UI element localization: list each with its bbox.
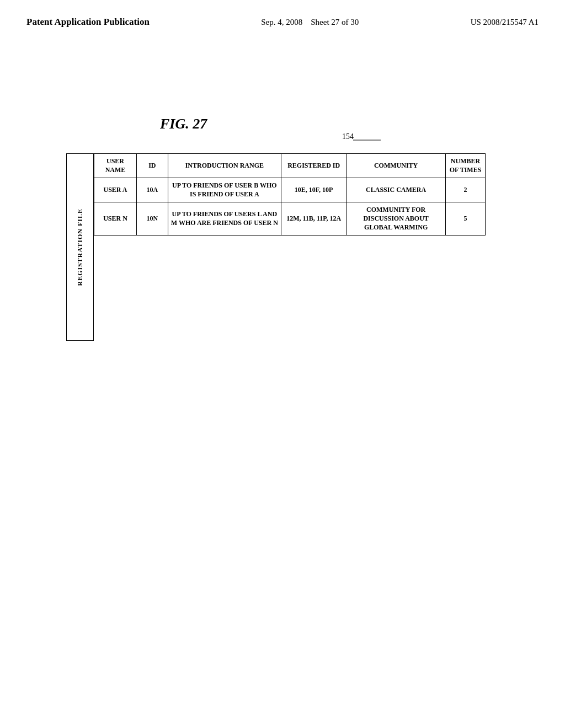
col-intro-range: INTRODUCTION RANGE — [168, 154, 281, 178]
cell-intro-range-a: UP TO FRIENDS OF USER B WHO IS FRIEND OF… — [168, 178, 281, 202]
publication-date: Sep. 4, 2008 — [261, 18, 302, 26]
cell-reg-id-n: 12M, 11B, 11P, 12A — [281, 202, 347, 235]
cell-times-n: 5 — [446, 202, 486, 235]
cell-times-a: 2 — [446, 178, 486, 202]
table-row: USER N 10N UP TO FRIENDS OF USERS L AND … — [94, 202, 486, 235]
table-header-row: USER NAME ID INTRODUCTION RANGE REGISTER… — [94, 154, 486, 178]
patent-number: US 2008/215547 A1 — [471, 15, 539, 27]
cell-reg-id-a: 10E, 10F, 10P — [281, 178, 347, 202]
cell-intro-range-n: UP TO FRIENDS OF USERS L AND M WHO ARE F… — [168, 202, 281, 235]
sheet-info: Sheet 27 of 30 — [311, 18, 359, 26]
col-id: ID — [137, 154, 168, 178]
col-username: USER NAME — [94, 154, 137, 178]
cell-username-n: USER N — [94, 202, 137, 235]
publication-title: Patent Application Publication — [26, 15, 150, 29]
col-reg-id: REGISTERED ID — [281, 154, 347, 178]
col-community: COMMUNITY — [347, 154, 446, 178]
ref-number-154: 154 — [342, 132, 354, 141]
figure-label: FIG. 27 — [160, 116, 207, 132]
cell-id-a: 10A — [137, 178, 168, 202]
data-table: USER NAME ID INTRODUCTION RANGE REGISTER… — [94, 153, 486, 235]
col-number-of-times: NUMBER OF TIMES — [446, 154, 486, 178]
cell-community-a: CLASSIC CAMERA — [347, 178, 446, 202]
table-row: USER A 10A UP TO FRIENDS OF USER B WHO I… — [94, 178, 486, 202]
registration-file-label: REGISTRATION FILE — [66, 153, 94, 341]
cell-id-n: 10N — [137, 202, 168, 235]
cell-username-a: USER A — [94, 178, 137, 202]
cell-community-n: COMMUNITY FOR DISCUSSION ABOUT GLOBAL WA… — [347, 202, 446, 235]
